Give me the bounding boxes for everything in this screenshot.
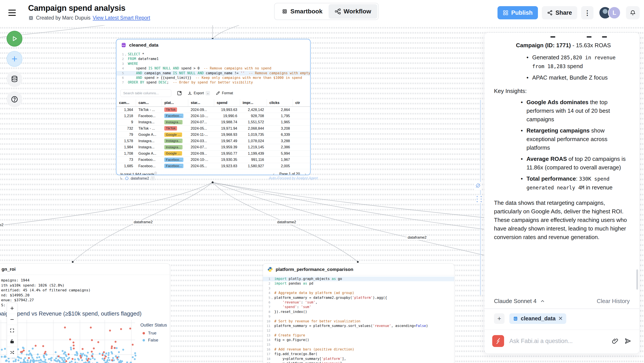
bullet-list: Generated 285,820 in revenue from 18,283…	[532, 53, 630, 82]
format-pen-icon	[216, 91, 220, 95]
column-header[interactable]: cam...	[116, 99, 136, 107]
export-button[interactable]: Export ⌄	[188, 91, 210, 95]
platform-badge: Faceboo...	[164, 158, 184, 162]
expand-table-icon[interactable]	[177, 91, 182, 96]
table-row[interactable]: 73Faceboo...Faceboo...2024-10-...19,930.…	[116, 157, 310, 163]
column-header[interactable]: star...	[188, 99, 214, 107]
column-header[interactable]: spend	[214, 99, 240, 107]
chip-menu-icon[interactable]: ⋮	[151, 176, 155, 180]
model-selector[interactable]: Claude Sonnet 4	[494, 298, 545, 304]
chevron-up-icon	[540, 299, 545, 304]
node-campaign-roi[interactable]: gn_roi mpaigns: 1944ith ≥$10k spend: 102…	[0, 263, 170, 363]
lock-icon[interactable]	[7, 336, 17, 347]
more-options-icon[interactable]: ⋮	[581, 6, 594, 19]
plot-toolbar	[7, 302, 17, 358]
table-row[interactable]: 1,984Instagra...Instagra...2024-07...19,…	[116, 144, 310, 151]
chat-input[interactable]	[509, 338, 606, 344]
column-header[interactable]: cam...	[136, 99, 162, 107]
code-line: 2import pandas as pd	[263, 281, 454, 286]
code-line: 16# Add revenue bars (positive direction…	[263, 347, 454, 352]
stat-line: mpaigns: 1944	[1, 278, 170, 283]
avatar[interactable]: L	[608, 6, 621, 19]
stat-line: ith ≥$10k spend: 1026 (52.8%)	[1, 283, 170, 288]
code-line: 6 AND spend > {{spend_limit}} -- Keep on…	[116, 76, 310, 80]
table-row[interactable]: 732TikTok - ...TikTok2024-05...19,971.94…	[116, 125, 310, 132]
table-row[interactable]: 9Instagra...Instagra...2024-07...19,988.…	[116, 119, 310, 126]
smart-report-link[interactable]: View Latest Smart Report	[93, 15, 150, 21]
share-button[interactable]: Share	[542, 6, 577, 19]
context-chip[interactable]: SQL cleaned_data ✕	[509, 313, 566, 324]
column-header[interactable]: clicks	[267, 99, 292, 107]
question-icon	[11, 96, 18, 103]
workflow-icon	[335, 8, 341, 15]
table-header[interactable]: cam...cam...plat...star...spendimpr...cl…	[116, 99, 310, 107]
record-count: In total 1,944 recordsⓘ	[120, 171, 157, 175]
tab-smartbook[interactable]: Smartbook	[276, 4, 328, 19]
hamburger-menu-icon[interactable]	[8, 8, 19, 17]
close-icon[interactable]: ✕	[558, 315, 563, 322]
sql-editor[interactable]: 1⌄SELECT *2FROM dataframe13WHERE4 spend …	[116, 51, 310, 87]
list-item: Generated 285,820 in revenue from 18,283…	[532, 53, 630, 71]
legend-entry[interactable]: True	[142, 331, 167, 335]
code-line: 10# Sort by revenue for better visualiza…	[263, 319, 454, 324]
fabi-logo	[492, 335, 504, 347]
insights-list: Google Ads dominates the top performers …	[526, 98, 630, 192]
scrollbar[interactable]	[636, 269, 638, 290]
table-row[interactable]: 1,364TikTok - ...TikTok2024-09...19,993.…	[116, 107, 310, 113]
drag-handle-icon[interactable]	[476, 195, 483, 203]
list-item: APAC market, Bundle Z focus	[532, 73, 630, 82]
plus-icon	[11, 55, 18, 63]
table-row[interactable]: 1,708Google A...Google ...2024-09...19,9…	[116, 150, 310, 157]
stat-line: entified: 45 (4.4% of filtered campaigns…	[1, 288, 170, 293]
send-icon[interactable]	[624, 337, 632, 345]
export-options-chevron[interactable]: ⌄	[206, 91, 210, 95]
list-item: Google Ads dominates the top performers …	[526, 98, 630, 124]
unpin-icon[interactable]	[474, 182, 482, 190]
platform-badge: TikTok	[164, 108, 177, 112]
zoom-out-icon[interactable]	[7, 314, 17, 325]
edge-label: dataframe2	[276, 220, 297, 225]
help-button[interactable]	[6, 91, 22, 107]
platform-badge: Faceboo...	[164, 114, 184, 118]
publish-grid-icon	[503, 10, 508, 16]
node-cleaned-data[interactable]: SQL cleaned_data 1⌄SELECT *2FROM datafra…	[116, 39, 310, 175]
message-paragraph: The data shows that retargeting campaign…	[494, 199, 630, 241]
table-row[interactable]: 1,685Faceboo...Faceboo...2024-05...19,92…	[116, 163, 310, 169]
code-line: 7ORDER BY spend DESC; -- Order by spend …	[116, 80, 310, 85]
page-indicator: Page 1 of 20	[280, 172, 300, 175]
notifications-bell-icon[interactable]	[626, 6, 640, 19]
node-platform-performance-comparison[interactable]: platform_performance_comparison 1import …	[263, 263, 454, 363]
clear-history-button[interactable]: Clear History	[597, 298, 630, 304]
python-editor[interactable]: 1import plotly.graph_objects as go2impor…	[263, 275, 454, 363]
zoom-in-icon[interactable]	[7, 303, 17, 314]
run-workflow-button[interactable]	[6, 31, 22, 47]
code-line: 14fig = go.Figure()	[263, 338, 454, 342]
add-node-button[interactable]	[6, 51, 22, 67]
roi-output-stats: mpaigns: 1944ith ≥$10k spend: 1026 (52.8…	[0, 275, 170, 308]
dataframe-output-chip[interactable]: dataframe2	[131, 176, 149, 180]
data-sources-button[interactable]	[6, 71, 22, 87]
tab-workflow[interactable]: Workflow	[328, 4, 377, 19]
assistant-panel: Campaign (ID: 1771) - 15.63x ROAS Genera…	[484, 33, 640, 354]
scatter-plot[interactable]	[0, 320, 136, 363]
fullscreen-icon[interactable]	[7, 325, 17, 336]
search-input[interactable]	[120, 89, 171, 97]
platform-badge: Google ...	[164, 151, 182, 156]
code-line: 5⌄platform_summary = dataframe2.groupby(…	[263, 295, 454, 300]
next-page-icon[interactable]: ›	[305, 171, 306, 175]
column-header[interactable]: ctr	[292, 99, 310, 107]
publish-button[interactable]: Publish	[498, 6, 538, 19]
column-header[interactable]: plat...	[162, 99, 188, 107]
chart-legend[interactable]: Outlier Status TrueFalse	[140, 322, 167, 342]
format-button[interactable]: Format	[216, 91, 233, 95]
table-row[interactable]: 1,578Instagra...Instagra...2024-03...19,…	[116, 138, 310, 144]
table-row[interactable]: 79Google A...Google ...2024-11-...19,968…	[116, 132, 310, 138]
prev-page-icon[interactable]: ‹	[273, 171, 274, 175]
table-row[interactable]: 1,218Faceboo...Faceboo...2024-10-...19,9…	[116, 113, 310, 119]
column-header[interactable]: impr...	[240, 99, 267, 107]
attachment-paperclip-icon[interactable]	[612, 337, 619, 344]
smartbook-atom-icon	[282, 8, 288, 15]
shuffle-icon[interactable]	[7, 347, 17, 358]
legend-entry[interactable]: False	[142, 338, 167, 342]
add-context-button[interactable]: +	[494, 313, 504, 324]
